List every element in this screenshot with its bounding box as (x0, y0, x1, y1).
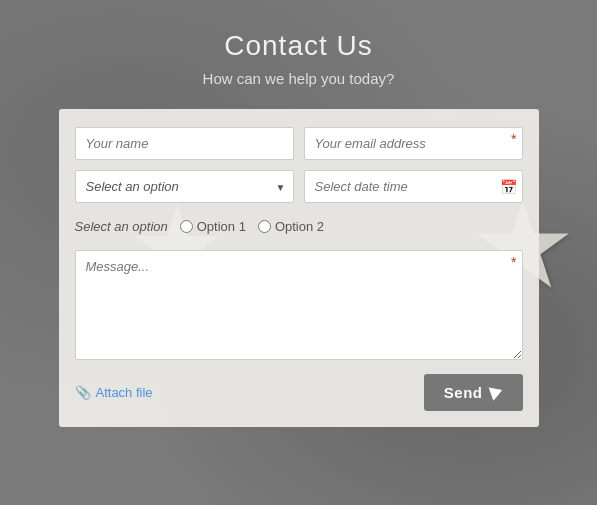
form-footer: 📎 Attach file Send (75, 374, 523, 411)
option-select[interactable]: Select an option Option 1 Option 2 Optio… (75, 170, 294, 203)
page-subtitle: How can we help you today? (59, 70, 539, 87)
select-col: Select an option Option 1 Option 2 Optio… (75, 170, 294, 203)
radio-option-2[interactable]: Option 2 (258, 219, 324, 234)
name-input[interactable] (75, 127, 294, 160)
paperclip-icon: 📎 (75, 385, 91, 400)
send-label: Send (444, 384, 483, 401)
message-wrapper (75, 250, 523, 364)
radio-input-1[interactable] (180, 220, 193, 233)
page-container: Contact Us How can we help you today? Se… (39, 0, 559, 447)
message-textarea[interactable] (75, 250, 523, 360)
date-input[interactable] (304, 170, 523, 203)
radio-input-2[interactable] (258, 220, 271, 233)
radio-label-2: Option 2 (275, 219, 324, 234)
send-button[interactable]: Send (424, 374, 523, 411)
radio-row: Select an option Option 1 Option 2 (75, 213, 523, 240)
date-wrapper: 📅 (304, 170, 523, 203)
name-col (75, 127, 294, 160)
send-icon (488, 383, 504, 400)
radio-label-1: Option 1 (197, 219, 246, 234)
attach-label: Attach file (96, 385, 153, 400)
radio-group-label: Select an option (75, 219, 168, 234)
page-title: Contact Us (59, 30, 539, 62)
email-col (304, 127, 523, 160)
form-card: Select an option Option 1 Option 2 Optio… (59, 109, 539, 427)
row-name-email (75, 127, 523, 160)
select-wrapper: Select an option Option 1 Option 2 Optio… (75, 170, 294, 203)
email-input[interactable] (304, 127, 523, 160)
radio-option-1[interactable]: Option 1 (180, 219, 246, 234)
date-col: 📅 (304, 170, 523, 203)
attach-file-button[interactable]: 📎 Attach file (75, 385, 153, 400)
row-select-date: Select an option Option 1 Option 2 Optio… (75, 170, 523, 203)
